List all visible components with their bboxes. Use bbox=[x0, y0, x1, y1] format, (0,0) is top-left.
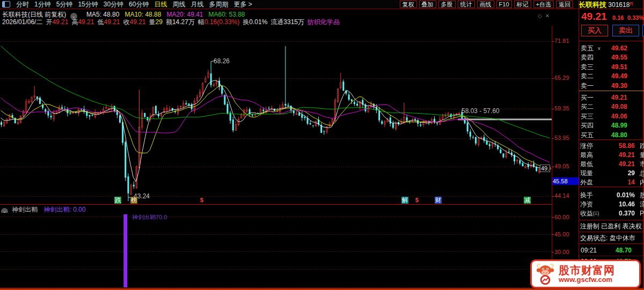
indicator-value: 神剑出鞘: 0.00 bbox=[44, 206, 86, 213]
toolbar-button[interactable]: 复权 bbox=[400, 1, 417, 8]
period-tab[interactable]: 5分钟 bbox=[56, 0, 73, 9]
quote-row[interactable]: 买三49.06 bbox=[579, 112, 644, 121]
panel-toggle-icon[interactable] bbox=[2, 1, 10, 8]
watermark-url: www.gscfw.com bbox=[559, 276, 615, 284]
toolbar-button[interactable]: +自选 bbox=[533, 1, 554, 8]
toolbar-button[interactable]: 返回 bbox=[556, 1, 573, 8]
period-tab[interactable]: 更多 > bbox=[233, 0, 252, 9]
quote-row[interactable]: 卖一49.30 bbox=[579, 81, 644, 91]
stat-value: 58.86 bbox=[619, 142, 635, 150]
indicator-name[interactable]: 神剑出鞘 bbox=[12, 206, 38, 213]
chart-title: 长联科技(日线 前复权) bbox=[2, 11, 66, 18]
period-tab[interactable]: 1分钟 bbox=[34, 0, 51, 9]
panel-price: 49.21 bbox=[581, 11, 607, 23]
stat-value: 0.01% bbox=[617, 191, 635, 199]
stat-value: 49.21 bbox=[619, 151, 635, 159]
quote-value: 49.06 bbox=[611, 112, 627, 121]
period-menu: 分时1分钟5分钟15分钟30分钟60分钟日线周线月线多周期更多 > bbox=[13, 0, 255, 9]
quote-row[interactable]: 买五48.80 bbox=[579, 131, 644, 140]
period-tab[interactable]: 60分钟 bbox=[129, 0, 149, 9]
chart-badge[interactable]: 减 bbox=[524, 197, 531, 204]
field-value: 3315万 bbox=[283, 18, 304, 26]
panel-separator bbox=[579, 232, 644, 232]
period-tab[interactable]: 多周期 bbox=[209, 0, 228, 9]
price-axis-label: 71.81 bbox=[554, 38, 578, 44]
toolbar-button[interactable]: 统计 bbox=[458, 1, 475, 8]
toolbar: 分时1分钟5分钟15分钟30分钟60分钟日线周线月线多周期更多 > 复权叠加多股… bbox=[0, 0, 644, 9]
quote-row[interactable]: 买一49.21 bbox=[579, 93, 644, 102]
field-label: 换 bbox=[243, 18, 249, 26]
chart-badge[interactable]: 榜 bbox=[130, 197, 137, 204]
quote-row[interactable]: 买四48.99 bbox=[579, 121, 644, 130]
field-label: 量 bbox=[149, 18, 156, 26]
quote-row[interactable]: 买二49.08 bbox=[579, 102, 644, 111]
ma-label: MA5: 48.80 bbox=[86, 11, 119, 18]
stat-clipped-label: 量 bbox=[640, 151, 644, 159]
quote-row[interactable]: 卖四49.55 bbox=[579, 53, 644, 62]
stat-row: 最低49.21市 bbox=[579, 160, 644, 168]
quote-expander-icon[interactable]: ∨ bbox=[597, 44, 601, 53]
quote-row[interactable]: 卖五∨49.62 bbox=[579, 44, 644, 53]
candlestick-chart[interactable] bbox=[0, 26, 552, 204]
stat-value: 10.46 bbox=[619, 200, 635, 209]
quote-value: 48.80 bbox=[611, 131, 627, 140]
chart-badge[interactable]: 财 bbox=[435, 197, 442, 204]
quote-label: 买三 bbox=[581, 112, 594, 121]
site-watermark[interactable]: 股市财富网 www.gscfw.com bbox=[530, 259, 641, 288]
price-axis-label: 59.35 bbox=[554, 105, 578, 111]
toolbar-button[interactable]: 画线 bbox=[477, 1, 494, 8]
period-tab[interactable]: 日线 bbox=[154, 0, 167, 9]
period-tab[interactable]: 分时 bbox=[16, 0, 29, 9]
period-tab[interactable]: 周线 bbox=[172, 0, 185, 9]
chart-badge[interactable]: $ bbox=[415, 197, 419, 204]
registration-row: 注册制 已盈利 表决权 bbox=[580, 222, 642, 231]
toolbar-button[interactable]: 多股 bbox=[438, 1, 456, 8]
watermark-title: 股市财富网 bbox=[559, 265, 615, 276]
toolbar-button[interactable]: 标记 bbox=[514, 1, 531, 8]
quote-label: 卖一 bbox=[581, 81, 594, 91]
ma-label: MA20: 49.41 bbox=[166, 11, 203, 18]
stat-clipped-label: 股 bbox=[640, 191, 644, 199]
quote-label: 卖四 bbox=[581, 53, 594, 62]
sell-button[interactable]: 卖出 bbox=[612, 25, 639, 36]
stat-row: 最高49.21量 bbox=[579, 151, 644, 159]
chart-badge[interactable]: 跌 bbox=[114, 197, 121, 204]
field-value: 49.21 bbox=[78, 18, 94, 26]
quote-label: 买一 bbox=[581, 93, 594, 102]
minute-time: 09:21 bbox=[581, 246, 597, 255]
quote-row[interactable]: 卖三49.51 bbox=[579, 63, 644, 72]
axis-highlight-price: 45.58 bbox=[552, 177, 580, 185]
field-value: 29 bbox=[156, 18, 163, 26]
period-tab[interactable]: 15分钟 bbox=[78, 0, 98, 9]
peak-price-annotation: 68.26 bbox=[214, 57, 230, 65]
field-label: 开 bbox=[46, 18, 52, 26]
stat-value: 0.370 bbox=[619, 209, 635, 218]
field-value: 14.27万 bbox=[172, 18, 195, 26]
period-tab[interactable]: 30分钟 bbox=[104, 0, 123, 9]
panel-separator bbox=[579, 187, 644, 187]
price-axis-label: 65.29 bbox=[554, 75, 578, 81]
quote-label: 买四 bbox=[581, 121, 594, 130]
quote-value: 49.08 bbox=[611, 102, 627, 111]
indicator-axis-label: 30.00 bbox=[554, 249, 578, 255]
field-label: 额 bbox=[166, 18, 172, 26]
chart-badge[interactable]: 解 bbox=[401, 197, 408, 204]
stat-label: 最低 bbox=[580, 160, 593, 168]
quote-row[interactable]: 卖二49.49 bbox=[579, 72, 644, 81]
chart-indicator-divider bbox=[0, 204, 552, 205]
indicator-chart[interactable] bbox=[0, 213, 552, 288]
quote-panel: 49.21 0.16 0.33% 买入 卖出 卖五∨49.62卖四49.55卖三… bbox=[579, 0, 644, 288]
industry-tag[interactable]: 纺织化学品 bbox=[308, 18, 340, 26]
field-value: 49.21 bbox=[104, 18, 120, 26]
period-tab[interactable]: 月线 bbox=[191, 0, 203, 9]
quote-label: 卖五 bbox=[581, 44, 594, 53]
indicator-axis-tick bbox=[552, 252, 554, 252]
buy-button[interactable]: 买入 bbox=[581, 25, 608, 36]
toolbar-button[interactable]: F10 bbox=[496, 1, 512, 8]
toolbar-button[interactable]: 叠加 bbox=[419, 1, 436, 8]
chart-badge[interactable]: $ bbox=[200, 197, 204, 204]
close-icon[interactable]: ✕ bbox=[545, 13, 553, 19]
trade-status-row: 交易状态: 盘中休市 bbox=[580, 234, 635, 243]
ma-label: MA60: 53.88 bbox=[208, 11, 245, 18]
diamond-icon[interactable]: ◇ bbox=[538, 13, 545, 19]
